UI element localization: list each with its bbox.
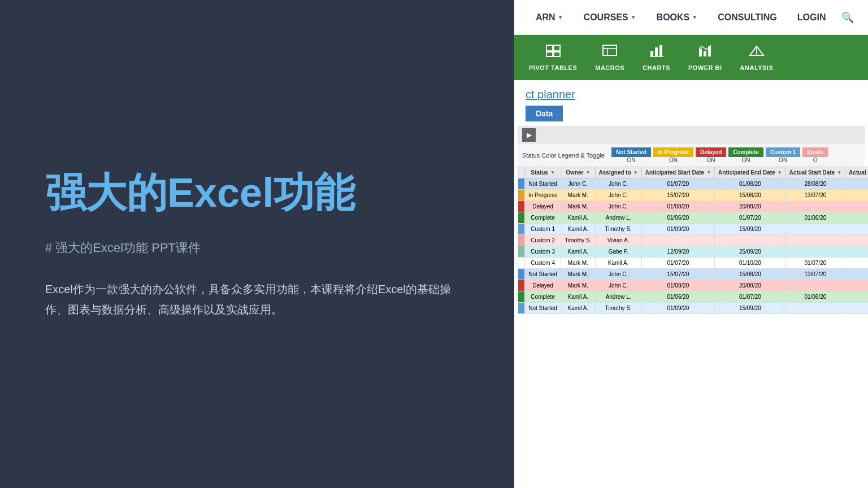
row-ant-start: 01/08/20 xyxy=(641,280,714,291)
page-link[interactable]: ct planner xyxy=(514,80,868,106)
row-assigned: Vivian A. xyxy=(595,235,641,246)
nav-item-arn[interactable]: ARN▼ xyxy=(526,0,574,35)
row-act-end xyxy=(845,258,868,269)
row-color-indicator xyxy=(518,291,525,303)
power-bi-label: POWER BI xyxy=(688,64,722,71)
nav-item-books[interactable]: BOOKS▼ xyxy=(646,0,708,35)
sub-nav-power-bi[interactable]: POWER BI xyxy=(679,44,731,71)
row-status: Custom 4 xyxy=(525,258,561,269)
filter-icon-act-start[interactable]: ▼ xyxy=(837,170,841,175)
pivot-tables-label: PIVOT TABLES xyxy=(529,64,577,71)
row-act-start: 13/07/20 xyxy=(785,269,845,280)
legend-btn-custom1[interactable]: Custom 1 xyxy=(766,147,801,157)
sub-nav-charts[interactable]: CHARTS xyxy=(633,44,679,71)
table-row: DelayedMark M.John C.01/08/2020/08/20 xyxy=(518,201,869,212)
row-ant-end: 20/08/20 xyxy=(715,201,786,212)
top-nav: ARN▼ COURSES▼ BOOKS▼ CONSULTING LOGIN 🔍 xyxy=(514,0,868,35)
subtitle: # 强大的Excel功能 PPT课件 xyxy=(45,239,469,256)
row-ant-start: 15/07/20 xyxy=(641,190,714,201)
svg-rect-2 xyxy=(546,52,553,56)
col-header-color xyxy=(518,167,525,178)
legend-btn-not-started[interactable]: Not Started xyxy=(611,147,651,157)
legend-btn-in-progress[interactable]: In Progress xyxy=(653,147,693,157)
analysis-icon xyxy=(749,44,765,61)
nav-item-consulting[interactable]: CONSULTING xyxy=(708,0,787,35)
row-ant-start: 01/07/20 xyxy=(641,258,714,269)
col-header-owner[interactable]: Owner ▼ xyxy=(561,167,595,178)
search-icon[interactable]: 🔍 xyxy=(836,11,860,24)
filter-icon-owner[interactable]: ▼ xyxy=(585,170,590,175)
row-ant-start: 01/09/20 xyxy=(641,303,714,314)
legend-btn-delayed[interactable]: Delayed xyxy=(696,147,726,157)
legend-btn-custom2[interactable]: Custo xyxy=(802,147,827,157)
col-header-status[interactable]: Status ▼ xyxy=(525,167,561,178)
row-status: Custom 2 xyxy=(525,235,561,246)
legend-btn-complete[interactable]: Complete xyxy=(728,147,763,157)
row-ant-start: 15/07/20 xyxy=(641,269,714,280)
row-ant-start xyxy=(641,235,714,246)
sub-nav-analysis[interactable]: ANALYSIS xyxy=(731,44,783,71)
row-ant-end: 15/09/20 xyxy=(715,303,786,314)
legend-not-started: Not Started ON xyxy=(611,147,651,163)
table-row: CompleteKamil A.Andrew L.01/06/2001/07/2… xyxy=(518,212,869,224)
row-assigned: John C. xyxy=(595,280,641,291)
row-assigned: John C. xyxy=(595,178,641,190)
left-panel: 强大的Excel功能 # 强大的Excel功能 PPT课件 Excel作为一款强… xyxy=(0,0,514,488)
row-act-start: 28/08/20 xyxy=(785,178,845,190)
row-act-end xyxy=(845,201,868,212)
svg-rect-3 xyxy=(554,52,560,56)
row-ant-start: 01/09/20 xyxy=(641,224,714,235)
legend-delayed: Delayed ON xyxy=(696,147,726,163)
row-owner: Mark M. xyxy=(561,201,595,212)
data-tab-row: Data xyxy=(514,106,868,126)
right-panel: ARN▼ COURSES▼ BOOKS▼ CONSULTING LOGIN 🔍 xyxy=(514,0,868,488)
row-act-start: 01/06/20 xyxy=(785,212,845,224)
nav-item-login[interactable]: LOGIN xyxy=(787,0,836,35)
row-color-indicator xyxy=(518,212,525,224)
table-row: Not StartedJohn C.John C.01/07/2001/08/2… xyxy=(518,178,869,190)
row-ant-end: 01/07/20 xyxy=(715,212,786,224)
row-owner: Mark M. xyxy=(561,269,595,280)
charts-label: CHARTS xyxy=(643,64,670,71)
row-act-start: 01/07/20 xyxy=(785,258,845,269)
col-header-ant-end[interactable]: Anticipated End Date ▼ xyxy=(715,167,786,178)
row-ant-end: 20/08/20 xyxy=(715,280,786,291)
row-ant-end: 01/10/20 xyxy=(715,258,786,269)
row-act-end xyxy=(845,190,868,201)
row-owner: Mark M. xyxy=(561,258,595,269)
svg-rect-0 xyxy=(546,45,553,51)
data-tab[interactable]: Data xyxy=(526,106,563,121)
col-header-act-start[interactable]: Actual Start Date ▼ xyxy=(785,167,845,178)
row-status: Delayed xyxy=(525,201,561,212)
row-color-indicator xyxy=(518,224,525,235)
filter-icon-ant-end[interactable]: ▼ xyxy=(778,170,782,175)
row-ant-end: 01/08/20 xyxy=(715,178,786,190)
table-wrapper[interactable]: ▶ Status Color Legend & Toggle Not Start… xyxy=(514,126,868,488)
play-button[interactable]: ▶ xyxy=(522,128,536,142)
svg-rect-12 xyxy=(704,51,706,56)
row-assigned: Gabe F. xyxy=(595,246,641,258)
col-header-act-end[interactable]: Actual End Da ▼ xyxy=(845,167,868,178)
row-ant-end: 15/08/20 xyxy=(715,269,786,280)
col-header-assigned[interactable]: Assigned to ▼ xyxy=(595,167,641,178)
row-act-end: 28 xyxy=(845,212,868,224)
filter-icon-status[interactable]: ▼ xyxy=(550,170,555,175)
svg-rect-8 xyxy=(655,47,658,56)
macros-icon xyxy=(602,44,618,61)
sub-nav-macros[interactable]: MACROS xyxy=(586,44,633,71)
sub-nav-pivot-tables[interactable]: PIVOT TABLES xyxy=(520,44,586,71)
row-ant-end xyxy=(715,235,786,246)
nav-item-courses[interactable]: COURSES▼ xyxy=(574,0,646,35)
legend-complete: Complete ON xyxy=(728,147,763,163)
row-assigned: Timothy S. xyxy=(595,224,641,235)
legend-custom2: Custo O xyxy=(802,147,827,163)
table-row: Custom 3Kamil A.Gabe F.12/09/2025/09/20 xyxy=(518,246,869,258)
filter-icon-assigned[interactable]: ▼ xyxy=(633,170,638,175)
filter-icon-ant-start[interactable]: ▼ xyxy=(706,170,711,175)
col-header-ant-start[interactable]: Anticipated Start Date ▼ xyxy=(641,167,714,178)
charts-icon xyxy=(649,44,665,61)
row-status: In Progress xyxy=(525,190,561,201)
row-act-end xyxy=(845,246,868,258)
row-owner: Mark M. xyxy=(561,280,595,291)
row-owner: Mark M. xyxy=(561,190,595,201)
